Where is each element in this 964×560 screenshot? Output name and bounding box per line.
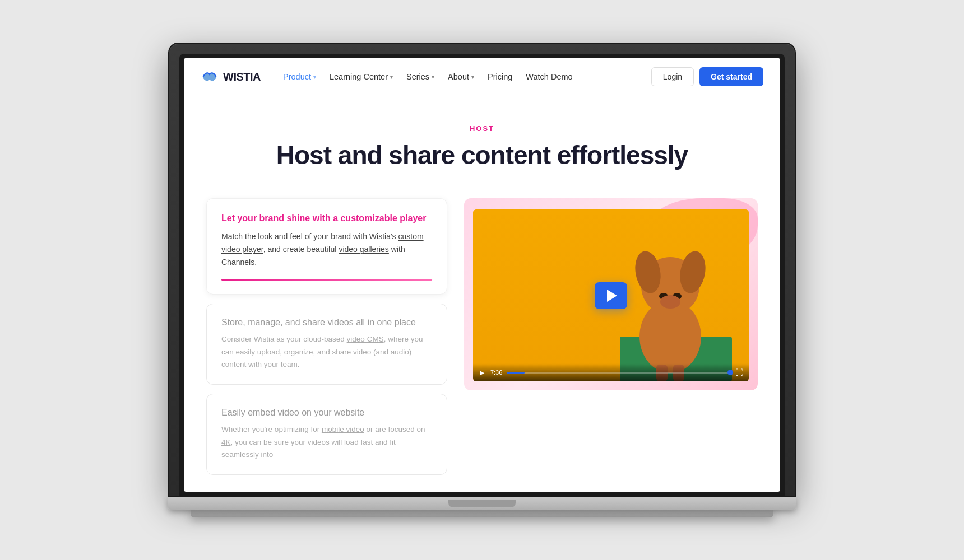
card-3-title: Easily embed video on your website <box>221 408 432 418</box>
video-progress-fill <box>507 372 525 374</box>
nav-item-series[interactable]: Series ▾ <box>401 69 440 85</box>
laptop-wrapper: WISTIA Product ▾ Learning Center ▾ Serie… <box>168 43 796 517</box>
video-play-control[interactable]: ► <box>479 368 486 377</box>
card-1-body: Match the look and feel of your brand wi… <box>221 230 432 269</box>
nav-item-product[interactable]: Product ▾ <box>277 69 322 85</box>
nav-item-watch-demo[interactable]: Watch Demo <box>520 69 578 85</box>
nav-item-about[interactable]: About ▾ <box>442 69 480 85</box>
laptop-base <box>168 497 796 510</box>
nav-pricing-label: Pricing <box>488 72 512 81</box>
video-progress-dot <box>727 370 733 375</box>
nav-about-label: About <box>448 72 469 81</box>
custom-video-player-link[interactable]: custom video player <box>221 232 424 254</box>
play-button[interactable] <box>595 282 627 309</box>
login-button[interactable]: Login <box>651 67 694 86</box>
feature-cards: Let your brand shine with a customizable… <box>206 198 447 475</box>
nav-watch-demo-label: Watch Demo <box>526 72 572 81</box>
card-2-body: Consider Wistia as your cloud-based vide… <box>221 333 432 371</box>
nav-series-label: Series <box>406 72 429 81</box>
nav-product-chevron-icon: ▾ <box>313 74 316 80</box>
video-timestamp: 7:36 <box>490 369 502 376</box>
video-cms-link[interactable]: video CMS <box>347 335 384 343</box>
4k-link[interactable]: 4K <box>221 438 231 446</box>
nav-series-chevron-icon: ▾ <box>432 74 434 80</box>
card-store-manage[interactable]: Store, manage, and share videos all in o… <box>206 304 447 385</box>
card-customizable-player[interactable]: Let your brand shine with a customizable… <box>206 198 447 295</box>
mobile-video-link[interactable]: mobile video <box>322 425 364 433</box>
nav-actions: Login Get started <box>651 67 763 86</box>
nav-item-learning-center[interactable]: Learning Center ▾ <box>324 69 398 85</box>
card-embed-video[interactable]: Easily embed video on your website Wheth… <box>206 394 447 475</box>
card-1-title: Let your brand shine with a customizable… <box>221 212 432 225</box>
logo-text: WISTIA <box>223 71 261 83</box>
video-background: ► 7:36 ⛶ <box>464 198 758 391</box>
nav-learning-label: Learning Center <box>330 72 388 81</box>
play-icon <box>607 290 617 302</box>
laptop-outer: WISTIA Product ▾ Learning Center ▾ Serie… <box>168 43 796 497</box>
nav-about-chevron-icon: ▾ <box>471 74 474 80</box>
fullscreen-button[interactable]: ⛶ <box>735 368 743 377</box>
navbar: WISTIA Product ▾ Learning Center ▾ Serie… <box>184 58 780 96</box>
nav-product-label: Product <box>283 72 311 81</box>
nav-learning-chevron-icon: ▾ <box>390 74 393 80</box>
laptop-foot <box>191 510 773 517</box>
content-area: Let your brand shine with a customizable… <box>184 187 780 492</box>
nav-links: Product ▾ Learning Center ▾ Series ▾ A <box>277 69 651 85</box>
wistia-logo-icon <box>201 71 219 83</box>
video-progress-bar[interactable] <box>507 372 731 374</box>
hero-section: HOST Host and share content effortlessly <box>184 96 780 187</box>
card-2-title: Store, manage, and share videos all in o… <box>221 318 432 328</box>
card-1-divider <box>221 279 432 281</box>
video-container[interactable]: ► 7:36 ⛶ <box>473 209 749 382</box>
video-galleries-link[interactable]: video galleries <box>339 245 389 254</box>
get-started-button[interactable]: Get started <box>699 67 763 86</box>
hero-label: HOST <box>201 124 763 133</box>
nav-item-pricing[interactable]: Pricing <box>482 69 518 85</box>
video-controls-bar: ► 7:36 ⛶ <box>473 363 749 381</box>
screen-bezel: WISTIA Product ▾ Learning Center ▾ Serie… <box>179 54 785 496</box>
card-3-body: Whether you're optimizing for mobile vid… <box>221 423 432 461</box>
hero-title: Host and share content effortlessly <box>201 141 763 170</box>
screen: WISTIA Product ▾ Learning Center ▾ Serie… <box>184 58 780 492</box>
svg-point-7 <box>660 295 680 309</box>
logo[interactable]: WISTIA <box>201 71 261 83</box>
video-panel: ► 7:36 ⛶ <box>464 198 758 391</box>
